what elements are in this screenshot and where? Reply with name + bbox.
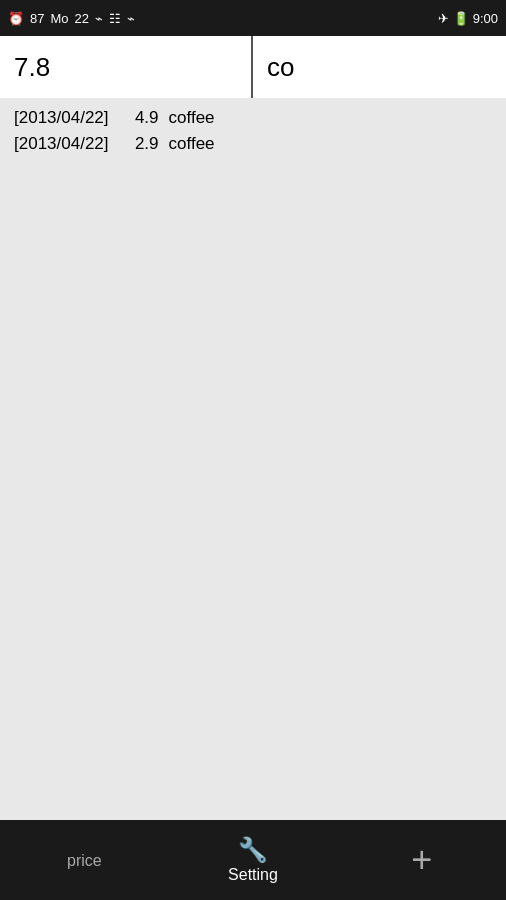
status-right-icons: ✈ 🔋 9:00 bbox=[438, 11, 498, 26]
usb-icon: ⌁ bbox=[95, 11, 103, 26]
table-row: [2013/04/22] 2.9 coffee bbox=[14, 134, 492, 154]
record-label-2: coffee bbox=[169, 134, 215, 154]
record-date-1: [2013/04/22] bbox=[14, 108, 109, 128]
main-content: [2013/04/22] 4.9 coffee [2013/04/22] 2.9… bbox=[0, 98, 506, 820]
clock: 9:00 bbox=[473, 11, 498, 26]
amount-input[interactable] bbox=[0, 36, 253, 98]
nav-item-setting[interactable]: 🔧 Setting bbox=[169, 820, 338, 900]
status-bar: ⏰ 87 Mo 22 ⌁ ☷ ⌁ ✈ 🔋 9:00 bbox=[0, 0, 506, 36]
nav-label-setting: Setting bbox=[228, 866, 278, 884]
record-date-2: [2013/04/22] bbox=[14, 134, 109, 154]
record-amount-2: 2.9 bbox=[119, 134, 159, 154]
record-amount-1: 4.9 bbox=[119, 108, 159, 128]
input-row bbox=[0, 36, 506, 98]
battery-icon: 🔋 bbox=[453, 11, 469, 26]
day-indicator: 22 bbox=[75, 11, 89, 26]
bottom-nav: price 🔧 Setting + bbox=[0, 820, 506, 900]
month-indicator: Mo bbox=[50, 11, 68, 26]
usb-icon2: ⌁ bbox=[127, 11, 135, 26]
status-left-icons: ⏰ 87 Mo 22 ⌁ ☷ ⌁ bbox=[8, 11, 135, 26]
wrench-icon: 🔧 bbox=[238, 836, 268, 864]
table-row: [2013/04/22] 4.9 coffee bbox=[14, 108, 492, 128]
records-list: [2013/04/22] 4.9 coffee [2013/04/22] 2.9… bbox=[0, 98, 506, 170]
signal-strength: 87 bbox=[30, 11, 44, 26]
category-input[interactable] bbox=[253, 36, 506, 98]
airplane-icon: ✈ bbox=[438, 11, 449, 26]
android-icon: ☷ bbox=[109, 11, 121, 26]
nav-label-price: price bbox=[67, 852, 102, 870]
alarm-icon: ⏰ bbox=[8, 11, 24, 26]
record-label-1: coffee bbox=[169, 108, 215, 128]
add-icon: + bbox=[411, 839, 432, 881]
nav-item-add[interactable]: + bbox=[337, 820, 506, 900]
nav-item-price[interactable]: price bbox=[0, 820, 169, 900]
